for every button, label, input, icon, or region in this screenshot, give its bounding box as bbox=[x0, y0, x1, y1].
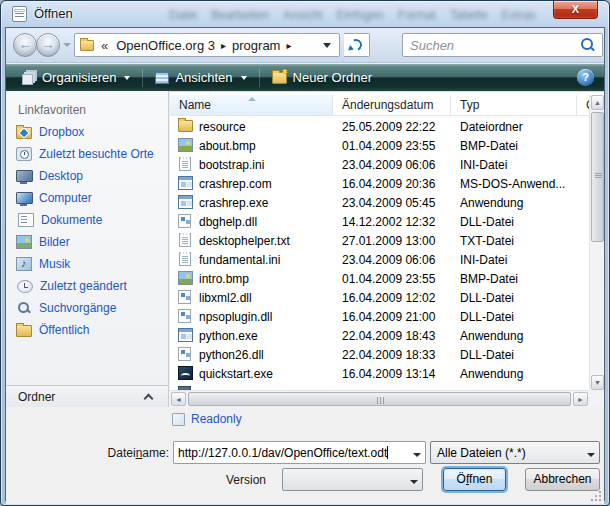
file-row[interactable]: crashrep.exe 23.04.2009 05:45 Anwendung bbox=[170, 193, 589, 212]
background-menu-item: Extras bbox=[502, 8, 536, 22]
blurred-background-menu: DateiBearbeitenAnsichtEinfügenFormatTabe… bbox=[169, 8, 549, 22]
command-toolbar: Organisieren Ansichten Neuer Ordner ? bbox=[6, 64, 604, 91]
chevron-right-icon[interactable]: ▸ bbox=[284, 40, 293, 51]
file-row[interactable]: python.exe 22.04.2009 18:43 Anwendung bbox=[170, 326, 589, 345]
file-row[interactable]: about.bmp 01.04.2009 23:55 BMP-Datei bbox=[170, 136, 589, 155]
file-name: bootstrap.ini bbox=[199, 158, 329, 172]
file-icon bbox=[178, 214, 191, 228]
chevron-right-icon[interactable]: ▸ bbox=[219, 40, 228, 51]
column-header-date[interactable]: Änderungsdatum bbox=[333, 95, 451, 115]
file-row[interactable]: fundamental.ini 23.04.2009 06:06 INI-Dat… bbox=[170, 250, 589, 269]
file-date: 01.04.2009 23:55 bbox=[342, 139, 450, 153]
scroll-up-button[interactable]: ▲ bbox=[591, 95, 604, 110]
file-row[interactable]: intro.bmp 01.04.2009 23:55 BMP-Datei bbox=[170, 269, 589, 288]
scroll-left-button[interactable]: ◄ bbox=[171, 392, 186, 406]
sidebar-item[interactable]: Zuletzt besuchte Orte bbox=[6, 143, 168, 165]
file-name: python26.dll bbox=[199, 348, 329, 362]
scroll-down-button[interactable]: ▼ bbox=[591, 375, 604, 390]
folders-label: Ordner bbox=[18, 390, 55, 404]
sidebar-item[interactable]: Musik bbox=[6, 253, 168, 275]
file-row[interactable]: desktophelper.txt 27.01.2009 13:00 TXT-D… bbox=[170, 231, 589, 250]
file-row[interactable]: libxml2.dll 16.04.2009 12:02 DLL-Datei bbox=[170, 288, 589, 307]
filetype-select[interactable]: Alle Dateien (*.*) bbox=[430, 441, 600, 464]
vertical-scroll-thumb[interactable] bbox=[591, 112, 604, 242]
sidebar-item-label: Suchvorgänge bbox=[39, 301, 116, 315]
breadcrumb-item-openoffice[interactable]: OpenOffice.org 3 bbox=[112, 38, 219, 53]
cancel-button[interactable]: Abbrechen bbox=[525, 468, 600, 491]
filename-input[interactable]: http://127.0.0.1/dav/OpenOffice/text.odt bbox=[173, 441, 426, 464]
history-dropdown-icon[interactable] bbox=[63, 43, 71, 47]
resize-grip-icon[interactable] bbox=[591, 491, 601, 501]
views-icon bbox=[155, 72, 169, 84]
file-name: npsoplugin.dll bbox=[199, 310, 329, 324]
title-bar[interactable]: DateiBearbeitenAnsichtEinfügenFormatTabe… bbox=[1, 1, 609, 27]
sidebar-header: Linkfavoriten bbox=[6, 91, 168, 121]
address-dropdown-icon[interactable] bbox=[323, 43, 331, 48]
file-row[interactable]: resource 25.05.2009 22:22 Dateiordner bbox=[170, 117, 589, 136]
filename-dropdown-icon[interactable] bbox=[408, 446, 425, 460]
scroll-right-button[interactable]: ► bbox=[573, 392, 588, 406]
forward-button[interactable]: → bbox=[36, 33, 60, 57]
sidebar-item[interactable]: Computer bbox=[6, 187, 168, 209]
background-menu-item: Datei bbox=[169, 8, 197, 22]
column-header-name[interactable]: Name bbox=[170, 95, 333, 115]
file-date: 16.04.2009 13:14 bbox=[342, 367, 450, 381]
sidebar-item[interactable]: Öffentlich bbox=[6, 319, 168, 341]
sidebar-item[interactable]: Dropbox bbox=[6, 121, 168, 143]
sidebar-item-icon bbox=[16, 147, 32, 161]
file-row[interactable]: dbghelp.dll 14.12.2002 12:32 DLL-Datei bbox=[170, 212, 589, 231]
sidebar-item-icon bbox=[16, 235, 32, 249]
views-button[interactable]: Ansichten bbox=[147, 67, 254, 88]
file-type: INI-Datei bbox=[460, 253, 575, 267]
file-date: 27.01.2009 13:00 bbox=[342, 234, 450, 248]
favorites-sidebar: Linkfavoriten Dropbox Zuletzt besuchte O… bbox=[6, 91, 169, 407]
help-icon[interactable]: ? bbox=[577, 69, 594, 86]
back-button[interactable]: ← bbox=[13, 33, 37, 57]
filetype-dropdown-icon[interactable] bbox=[582, 446, 599, 460]
horizontal-scrollbar[interactable]: ◄ ► bbox=[170, 390, 589, 407]
file-row[interactable]: npsoplugin.dll 16.04.2009 21:00 DLL-Date… bbox=[170, 307, 589, 326]
breadcrumb-item-program[interactable]: program bbox=[228, 38, 284, 53]
file-name: desktophelper.txt bbox=[199, 234, 329, 248]
breadcrumb-overflow-chevron[interactable]: « bbox=[101, 38, 108, 53]
file-row[interactable]: crashrep.com 16.04.2009 20:36 MS-DOS-Anw… bbox=[170, 174, 589, 193]
file-icon bbox=[179, 157, 191, 171]
organize-button[interactable]: Organisieren bbox=[14, 67, 138, 88]
dialog-icon bbox=[12, 6, 27, 22]
text-caret bbox=[387, 446, 388, 459]
browser-content: Linkfavoriten Dropbox Zuletzt besuchte O… bbox=[6, 91, 604, 407]
breadcrumb[interactable]: « OpenOffice.org 3 ▸ program ▸ bbox=[74, 33, 340, 57]
readonly-checkbox[interactable] bbox=[172, 413, 185, 426]
file-row[interactable]: bootstrap.ini 23.04.2009 06:06 INI-Datei bbox=[170, 155, 589, 174]
readonly-checkbox-row[interactable]: Readonly bbox=[172, 412, 242, 426]
background-menu-item: Bearbeiten bbox=[211, 8, 269, 22]
file-row[interactable]: quickstart.exe 16.04.2009 13:14 Anwendun… bbox=[170, 364, 589, 383]
vertical-scrollbar[interactable]: ▲ ▼ bbox=[589, 95, 604, 390]
file-type: BMP-Datei bbox=[460, 139, 575, 153]
file-icon bbox=[178, 120, 193, 132]
horizontal-scroll-thumb[interactable] bbox=[188, 392, 571, 406]
sidebar-item-icon bbox=[18, 213, 34, 227]
sidebar-item[interactable]: Bilder bbox=[6, 231, 168, 253]
new-folder-button[interactable]: Neuer Ordner bbox=[264, 67, 380, 88]
version-select[interactable] bbox=[282, 468, 423, 491]
close-button[interactable]: X bbox=[553, 1, 598, 19]
open-dialog-window: DateiBearbeitenAnsichtEinfügenFormatTabe… bbox=[0, 0, 610, 506]
file-name: dbghelp.dll bbox=[199, 215, 329, 229]
sidebar-item[interactable]: Zuletzt geändert bbox=[6, 275, 168, 297]
file-row[interactable]: python26.dll 22.04.2009 18:33 DLL-Datei bbox=[170, 345, 589, 364]
sidebar-item[interactable]: Suchvorgänge bbox=[6, 297, 168, 319]
version-dropdown-icon[interactable] bbox=[405, 473, 422, 487]
sidebar-item-label: Desktop bbox=[39, 169, 83, 183]
file-date: 14.12.2002 12:32 bbox=[342, 215, 450, 229]
file-date: 23.04.2009 06:06 bbox=[342, 158, 450, 172]
sidebar-item[interactable]: Desktop bbox=[6, 165, 168, 187]
sidebar-item[interactable]: Dokumente bbox=[6, 209, 168, 231]
open-button[interactable]: Öffnen bbox=[443, 468, 506, 491]
folders-expander[interactable]: Ordner bbox=[6, 385, 168, 407]
search-icon[interactable] bbox=[579, 37, 595, 53]
column-header-type[interactable]: Typ bbox=[451, 95, 577, 115]
column-headers: Name Änderungsdatum Typ G bbox=[170, 95, 604, 116]
search-input[interactable]: Suchen bbox=[402, 33, 603, 57]
refresh-button[interactable] bbox=[344, 33, 370, 57]
